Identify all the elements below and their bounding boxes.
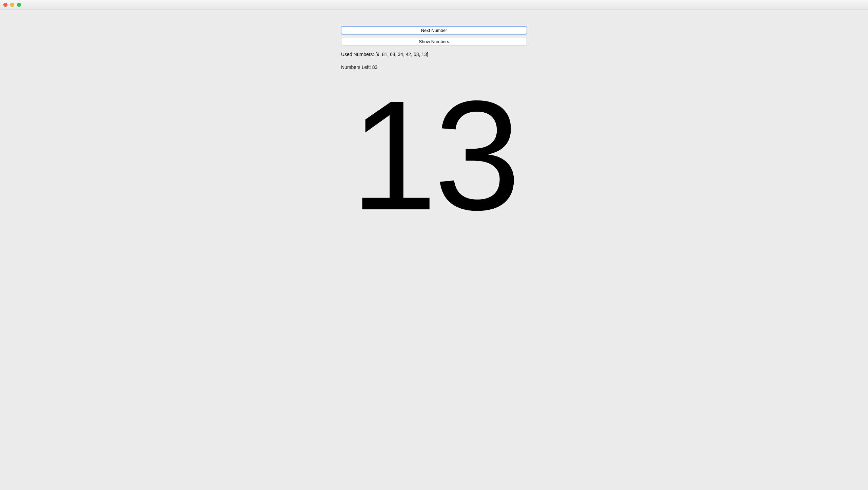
zoom-icon[interactable] xyxy=(17,3,21,7)
minimize-icon[interactable] xyxy=(10,3,14,7)
next-number-button[interactable]: Next Number xyxy=(341,26,527,34)
used-numbers-label: Used Numbers: [9, 81, 68, 34, 42, 53, 13… xyxy=(341,52,527,57)
current-number-display: 13 xyxy=(0,77,868,233)
close-icon[interactable] xyxy=(3,3,7,7)
window-content: Next Number Show Numbers Used Numbers: [… xyxy=(0,10,868,490)
center-panel: Next Number Show Numbers Used Numbers: [… xyxy=(341,10,527,70)
show-numbers-button[interactable]: Show Numbers xyxy=(341,38,527,45)
window-titlebar xyxy=(0,0,868,10)
